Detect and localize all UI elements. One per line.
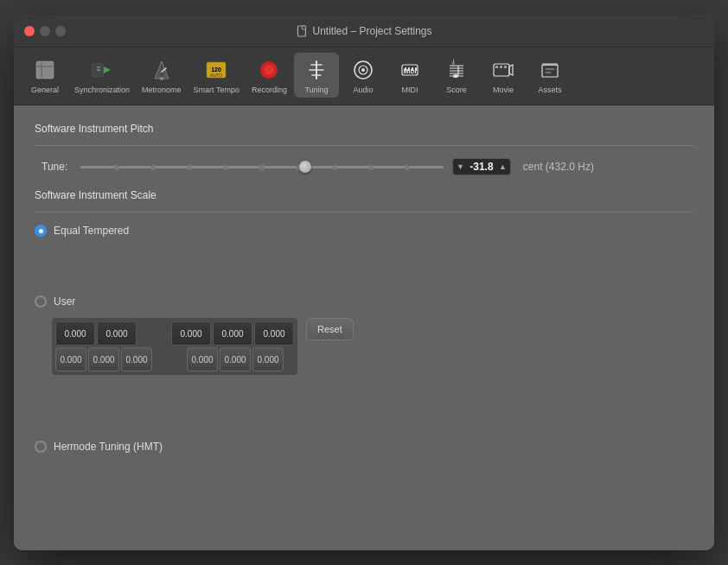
window-title: Untitled – Project Settings <box>296 25 431 37</box>
close-button[interactable] <box>24 26 35 36</box>
minimize-button[interactable] <box>40 26 50 36</box>
toolbar-item-metronome[interactable]: Metronome <box>137 53 187 98</box>
piano-key-4[interactable]: 0.000 <box>213 321 252 346</box>
svg-rect-46 <box>542 63 558 66</box>
svg-text:AUTO: AUTO <box>210 73 222 78</box>
recording-label: Recording <box>252 86 287 94</box>
reset-button[interactable]: Reset <box>306 318 354 340</box>
toolbar-item-assets[interactable]: Assets <box>527 53 572 98</box>
tune-unit: cent (432.0 Hz) <box>523 161 594 173</box>
metronome-icon <box>148 56 176 84</box>
audio-label: Audio <box>353 86 373 94</box>
spacer <box>35 244 693 295</box>
scale-section: Software Instrument Scale Equal Tempered… <box>35 189 693 375</box>
piano-key-b3[interactable]: 0.000 <box>121 347 152 371</box>
piano-key-b5[interactable]: 0.000 <box>220 347 251 371</box>
piano-grid: 0.000 0.000 0.000 0.000 0.0 <box>52 318 297 375</box>
piano-key-3[interactable]: 0.000 <box>171 321 211 346</box>
tune-value-box: ▼ -31.8 ▲ <box>452 158 511 175</box>
sync-icon <box>88 56 116 84</box>
audio-icon <box>349 56 377 84</box>
radio-equal-tempered[interactable]: Equal Tempered <box>35 225 693 237</box>
piano-key-b4[interactable]: 0.000 <box>187 347 218 371</box>
svg-rect-1 <box>302 26 305 29</box>
general-label: General <box>31 86 59 94</box>
tune-down-button[interactable]: ▼ <box>457 162 464 171</box>
svg-rect-42 <box>495 66 498 68</box>
smart-tempo-label: Smart Tempo <box>194 86 239 94</box>
score-icon: 𝄞 <box>443 56 470 84</box>
toolbar-item-recording[interactable]: Recording <box>246 53 292 98</box>
svg-rect-43 <box>500 66 502 68</box>
radio-hermode[interactable]: Hermode Tuning (HMT) <box>35 441 693 453</box>
assets-label: Assets <box>538 86 561 94</box>
radio-user-circle[interactable] <box>35 295 47 308</box>
scale-section-title: Software Instrument Scale <box>35 189 693 201</box>
radio-hermode-label: Hermode Tuning (HMT) <box>54 441 163 453</box>
piano-key-empty-1 <box>138 321 169 346</box>
toolbar: General Synchronization <box>14 48 714 105</box>
svg-marker-7 <box>104 67 111 73</box>
tune-label: Tune: <box>42 161 72 173</box>
piano-key-b1[interactable]: 0.000 <box>55 347 86 371</box>
svg-point-37 <box>453 74 458 78</box>
toolbar-item-tuning[interactable]: Tuning <box>294 53 339 98</box>
toolbar-item-general[interactable]: General <box>22 53 67 98</box>
main-window: Untitled – Project Settings General <box>14 15 714 550</box>
midi-label: MIDI <box>401 86 418 94</box>
movie-icon <box>489 56 517 84</box>
radio-user-label: User <box>54 295 75 308</box>
scale-divider <box>35 212 693 213</box>
titlebar: Untitled – Project Settings <box>14 15 714 48</box>
content-area: Software Instrument Pitch Tune: <box>14 105 714 550</box>
svg-rect-29 <box>408 67 410 71</box>
pitch-section-title: Software Instrument Pitch <box>35 123 693 135</box>
piano-key-1[interactable]: 0.000 <box>55 321 95 346</box>
svg-text:120: 120 <box>211 67 221 73</box>
radio-equal-tempered-label: Equal Tempered <box>54 225 129 237</box>
toolbar-item-synchronization[interactable]: Synchronization <box>69 53 135 98</box>
document-icon <box>296 25 308 37</box>
radio-equal-tempered-circle[interactable] <box>35 225 47 237</box>
tune-row: Tune: <box>35 158 693 175</box>
svg-point-18 <box>264 65 274 75</box>
svg-rect-44 <box>504 66 507 68</box>
piano-row-2: 0.000 0.000 0.000 0.000 0.0 <box>55 347 294 371</box>
tune-slider-container <box>80 158 444 175</box>
svg-rect-28 <box>405 67 406 71</box>
tune-value: -31.8 <box>466 161 497 173</box>
midi-icon: MIDI <box>396 56 424 84</box>
piano-key-b6[interactable]: 0.000 <box>252 347 284 371</box>
svg-rect-31 <box>415 67 417 71</box>
toolbar-item-smart-tempo[interactable]: 120 AUTO Smart Tempo <box>188 53 245 98</box>
score-label: Score <box>446 86 467 94</box>
radio-user[interactable]: User <box>35 295 693 308</box>
svg-point-25 <box>361 68 365 72</box>
svg-rect-45 <box>542 65 558 77</box>
piano-key-2[interactable]: 0.000 <box>97 321 137 346</box>
pitch-divider <box>35 145 693 146</box>
smart-tempo-icon: 120 AUTO <box>202 56 230 84</box>
svg-point-13 <box>160 77 163 80</box>
svg-rect-30 <box>412 67 413 71</box>
tune-up-button[interactable]: ▲ <box>499 162 507 171</box>
toolbar-item-movie[interactable]: Movie <box>481 53 526 98</box>
tuning-icon <box>303 56 330 84</box>
pitch-section: Software Instrument Pitch Tune: <box>35 123 693 175</box>
tuning-label: Tuning <box>304 86 328 94</box>
piano-key-5[interactable]: 0.000 <box>254 321 294 346</box>
toolbar-item-midi[interactable]: MIDI MIDI <box>387 53 432 98</box>
maximize-button[interactable] <box>55 26 66 36</box>
bottom-spacer <box>35 389 693 441</box>
toolbar-item-score[interactable]: 𝄞 Score <box>434 53 479 98</box>
general-icon <box>31 56 59 84</box>
piano-key-b2[interactable]: 0.000 <box>88 347 119 371</box>
radio-hermode-circle[interactable] <box>35 441 47 453</box>
toolbar-item-audio[interactable]: Audio <box>341 53 386 98</box>
traffic-lights <box>24 26 66 36</box>
recording-icon <box>255 56 283 84</box>
svg-marker-41 <box>509 65 513 75</box>
piano-row-1: 0.000 0.000 0.000 0.000 0.0 <box>55 321 294 346</box>
sync-label: Synchronization <box>74 86 130 94</box>
metronome-label: Metronome <box>142 86 182 94</box>
